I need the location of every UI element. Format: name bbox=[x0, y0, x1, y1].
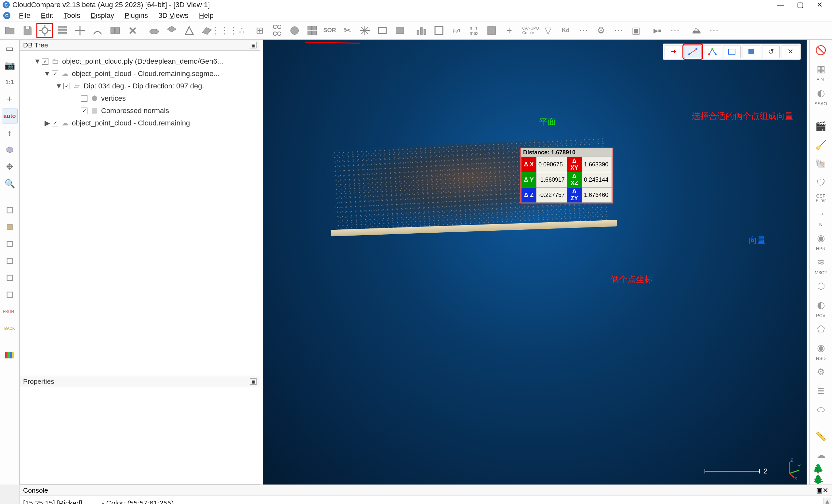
console-close-button[interactable]: ✕ bbox=[823, 486, 828, 494]
auto-pick-center-button[interactable]: auto bbox=[2, 109, 18, 124]
tree-row[interactable]: ⬢vertices bbox=[23, 92, 257, 105]
pick-rect-button[interactable] bbox=[723, 45, 740, 58]
db-tree-float-button[interactable]: ▣ bbox=[250, 42, 257, 48]
open-file-button[interactable] bbox=[1, 23, 18, 38]
pick-save-button[interactable] bbox=[743, 45, 760, 58]
view-front-button[interactable] bbox=[2, 220, 18, 235]
point-list-button[interactable] bbox=[54, 23, 71, 38]
tree-expand-icon[interactable]: ▶ bbox=[43, 119, 52, 127]
window-close-button[interactable]: ✕ bbox=[810, 0, 829, 10]
pick-center-button[interactable]: + bbox=[2, 91, 18, 107]
sf-button[interactable] bbox=[431, 23, 447, 38]
menu-edit[interactable]: Edit bbox=[35, 11, 58, 20]
plugin3-button[interactable]: ⛰ bbox=[688, 23, 705, 38]
view-back-button[interactable] bbox=[2, 254, 18, 268]
scissors-button[interactable]: ✂ bbox=[339, 23, 356, 38]
plugin2-button[interactable]: ▸▪ bbox=[649, 23, 666, 38]
colorscale-button[interactable] bbox=[2, 348, 18, 363]
tree-row[interactable]: ▼▱Dip: 034 deg. - Dip direction: 097 deg… bbox=[23, 80, 257, 92]
rsd-button[interactable]: ◉ bbox=[812, 340, 829, 355]
sphere-button[interactable] bbox=[286, 23, 303, 38]
tree-row[interactable]: ▦Compressed normals bbox=[23, 105, 257, 117]
tree-row[interactable]: ▼☁object_point_cloud - Cloud.remaining.s… bbox=[23, 68, 257, 80]
point-picking-button[interactable] bbox=[36, 23, 53, 38]
add-sf-button[interactable]: + bbox=[501, 23, 518, 38]
box2-button[interactable] bbox=[391, 23, 408, 38]
pick-angle-button[interactable] bbox=[704, 45, 721, 58]
menu-display[interactable]: Display bbox=[85, 11, 119, 20]
cloud-button[interactable] bbox=[146, 23, 162, 38]
shield-button[interactable]: 🛡 bbox=[812, 175, 829, 190]
tree-checkbox[interactable] bbox=[52, 120, 58, 126]
pick-point-button[interactable]: ➜ bbox=[665, 45, 682, 58]
m3c2-button[interactable]: ≋ bbox=[812, 254, 829, 270]
cross-section-button[interactable] bbox=[356, 23, 373, 38]
console-scrollbar[interactable]: ▴ bbox=[823, 498, 831, 504]
console-body[interactable]: [15:25:15] [Picked]- Color: (55;57;61;25… bbox=[20, 496, 832, 504]
menu-3dviews[interactable]: 3D Views bbox=[153, 11, 194, 20]
plugin1-button[interactable]: ▣ bbox=[627, 23, 644, 38]
pick-distance-button[interactable] bbox=[684, 45, 702, 58]
shell-button[interactable]: 🐚 bbox=[812, 156, 829, 171]
tree-checkbox[interactable] bbox=[81, 108, 87, 114]
tree-checkbox[interactable] bbox=[42, 58, 48, 65]
tree-checkbox[interactable] bbox=[63, 83, 70, 89]
broom-button[interactable]: 🧹 bbox=[812, 137, 829, 153]
tree-expand-icon[interactable]: ▼ bbox=[33, 57, 42, 65]
ransac-button[interactable]: ▽ bbox=[540, 23, 556, 38]
more3-button[interactable]: ⋯ bbox=[667, 23, 683, 38]
clapper-button[interactable]: 🎬 bbox=[812, 118, 829, 134]
tree-expand-icon[interactable]: ▼ bbox=[43, 70, 52, 78]
mesh-button[interactable] bbox=[181, 23, 198, 38]
translate-button[interactable] bbox=[72, 23, 88, 38]
kd-button[interactable]: Kd bbox=[557, 23, 574, 38]
tree-checkbox[interactable] bbox=[81, 95, 87, 102]
edl-button[interactable]: ▦ bbox=[812, 61, 829, 77]
grid-button[interactable] bbox=[304, 23, 320, 38]
tree-checkbox[interactable] bbox=[52, 71, 58, 77]
db-tree-body[interactable]: ▼🗀object_point_cloud.ply (D:/deeplean_de… bbox=[20, 51, 260, 376]
trees-button[interactable]: 🌲🌲 bbox=[812, 466, 829, 482]
subsample-button[interactable]: ∴ bbox=[233, 23, 250, 38]
cc-button[interactable]: CCCC bbox=[268, 23, 285, 38]
gradient-button[interactable] bbox=[483, 23, 500, 38]
view-side-button[interactable] bbox=[2, 237, 18, 251]
disable-plugin-button[interactable]: 🚫 bbox=[812, 42, 829, 58]
sor-button[interactable]: SOR bbox=[321, 23, 338, 38]
ellipse-button[interactable]: ⬭ bbox=[812, 402, 829, 417]
sample-button[interactable]: ⋮⋮⋮ bbox=[216, 23, 233, 38]
stats-button[interactable]: μ,σ bbox=[448, 23, 465, 38]
window-minimize-button[interactable]: — bbox=[771, 0, 790, 10]
menu-file[interactable]: FFileile bbox=[14, 11, 35, 20]
camera-button[interactable]: 📷 bbox=[2, 58, 18, 73]
poly-button[interactable]: ⬠ bbox=[812, 321, 829, 337]
canupo-button[interactable]: CANUPOCreate bbox=[522, 23, 539, 38]
histogram-button[interactable] bbox=[413, 23, 430, 38]
more1-button[interactable]: ⋯ bbox=[575, 23, 592, 38]
properties-float-button[interactable]: ▣ bbox=[250, 378, 257, 385]
menu-help[interactable]: Help bbox=[194, 11, 219, 20]
north-button[interactable]: → bbox=[812, 206, 829, 221]
menu-tools[interactable]: Tools bbox=[58, 11, 85, 20]
move-button[interactable]: ✥ bbox=[2, 159, 18, 174]
hex-button[interactable]: ⬡ bbox=[812, 278, 829, 294]
view-back2-button[interactable]: BACK bbox=[2, 321, 18, 336]
console-float-button[interactable]: ▣ bbox=[816, 486, 823, 494]
ruler-button[interactable]: 📏 bbox=[812, 428, 829, 444]
ssao-button[interactable]: ◐ bbox=[812, 85, 829, 101]
tree-row[interactable]: ▶☁object_point_cloud - Cloud.remaining bbox=[23, 117, 257, 129]
layers-button[interactable]: ≣ bbox=[812, 383, 829, 398]
segment-button[interactable] bbox=[89, 23, 106, 38]
pick-undo-button[interactable]: ↺ bbox=[762, 45, 780, 58]
view-right-button[interactable] bbox=[2, 287, 18, 302]
scroll-up-button[interactable]: ▴ bbox=[824, 498, 831, 504]
gear2-button[interactable]: ⚙ bbox=[812, 364, 829, 379]
connected-button[interactable]: ⊞ bbox=[251, 23, 268, 38]
zoom-11-button[interactable]: 1:1 bbox=[2, 75, 18, 90]
view-top-button[interactable] bbox=[2, 203, 18, 218]
pick-close-button[interactable]: ✕ bbox=[782, 45, 799, 58]
3d-view[interactable]: ➜ ↺ ✕ Distance: 1.678910 Δ X0 bbox=[263, 39, 807, 484]
primitive-button[interactable] bbox=[163, 23, 180, 38]
tree-row[interactable]: ▼🗀object_point_cloud.ply (D:/deeplean_de… bbox=[23, 55, 257, 68]
more4-button[interactable]: ⋯ bbox=[705, 23, 723, 38]
